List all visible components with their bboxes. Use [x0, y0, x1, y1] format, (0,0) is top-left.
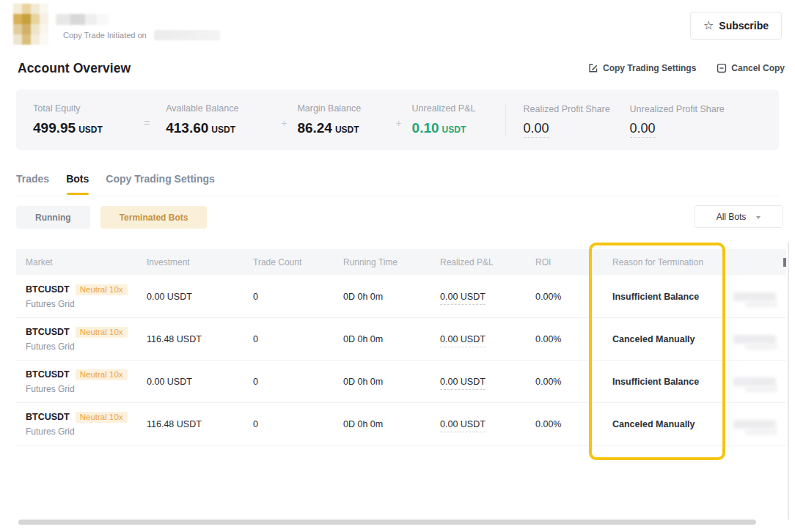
subscribe-button[interactable]: ☆ Subscribe	[690, 12, 782, 40]
total-equity-label: Total Equity	[33, 103, 139, 114]
strategy-type: Futures Grid	[26, 384, 147, 394]
investment-value: 0.00 USDT	[147, 377, 192, 387]
terminated-bots-filter-button[interactable]: Terminated Bots	[100, 206, 208, 229]
account-stats-bar: Total Equity 499.95USDT = Available Bala…	[16, 89, 779, 150]
star-icon: ☆	[703, 18, 714, 32]
available-balance-unit: USDT	[211, 125, 235, 135]
copy-trading-settings-label: Copy Trading Settings	[603, 63, 696, 73]
col-realized-pnl: Realized P&L	[440, 257, 535, 267]
unrealized-profit-share-value: 0.00	[630, 121, 656, 138]
horizontal-scrollbar[interactable]	[18, 520, 756, 525]
termination-reason: Insufficient Balance	[612, 292, 699, 302]
total-equity-value: 499.95	[33, 120, 76, 136]
equals-sign: =	[139, 117, 166, 129]
running-time-value: 0D 0h 0m	[343, 419, 383, 429]
roi-value: 0.00%	[535, 292, 561, 302]
plus-sign: +	[394, 117, 411, 129]
col-investment: Investment	[147, 257, 253, 267]
bot-state-filters: Running Terminated Bots	[16, 206, 207, 229]
trade-count-value: 0	[253, 292, 258, 302]
col-roi: ROI	[535, 257, 612, 267]
strategy-type: Futures Grid	[26, 341, 147, 352]
margin-balance-label: Margin Balance	[297, 103, 394, 114]
table-row: BTCUSDTNeutral 10x Futures Grid 0.00 USD…	[16, 276, 786, 318]
stats-divider	[505, 103, 506, 137]
running-time-value: 0D 0h 0m	[343, 334, 383, 344]
realized-pnl-value: 0.00 USDT	[440, 419, 486, 432]
cancel-copy-link[interactable]: Cancel Copy	[717, 63, 785, 73]
running-filter-button[interactable]: Running	[16, 206, 90, 229]
stat-total-equity: Total Equity 499.95USDT	[33, 103, 139, 136]
roi-value: 0.00%	[535, 377, 561, 387]
available-balance-label: Available Balance	[166, 103, 279, 114]
col-reason: Reason for Termination	[612, 257, 741, 267]
unrealized-pnl-value: 0.10	[412, 120, 439, 136]
stat-realized-profit-share: Realized Profit Share 0.00	[524, 104, 630, 136]
market-symbol: BTCUSDT	[26, 284, 70, 295]
terminated-bots-table: Market Investment Trade Count Running Ti…	[16, 249, 786, 446]
total-equity-unit: USDT	[78, 125, 103, 135]
market-symbol: BTCUSDT	[26, 412, 70, 422]
minus-square-icon	[717, 63, 727, 73]
plus-sign: +	[279, 117, 297, 129]
market-symbol: BTCUSDT	[26, 327, 70, 337]
clipped-column-edge	[783, 258, 786, 267]
market-symbol: BTCUSDT	[26, 369, 70, 380]
main-tabs: Trades Bots Copy Trading Settings	[16, 173, 215, 195]
investment-value: 116.48 USDT	[147, 334, 202, 344]
running-time-value: 0D 0h 0m	[343, 292, 383, 302]
initiated-date-redacted	[154, 30, 220, 40]
table-row: BTCUSDTNeutral 10x Futures Grid 116.48 U…	[16, 403, 786, 446]
realized-profit-share-label: Realized Profit Share	[524, 104, 630, 114]
avatar	[13, 4, 48, 45]
chevron-down-icon	[756, 216, 761, 219]
all-bots-selected-value: All Bots	[717, 212, 747, 222]
leverage-badge: Neutral 10x	[76, 412, 128, 423]
tab-bots[interactable]: Bots	[66, 173, 89, 195]
realized-pnl-value: 0.00 USDT	[440, 292, 486, 305]
table-right-border	[788, 243, 789, 520]
leverage-badge: Neutral 10x	[76, 284, 128, 295]
roi-value: 0.00%	[535, 419, 561, 429]
trade-count-value: 0	[253, 377, 258, 387]
col-market: Market	[16, 257, 147, 267]
available-balance-value: 413.60	[166, 120, 208, 136]
table-row: BTCUSDTNeutral 10x Futures Grid 0.00 USD…	[16, 361, 786, 403]
realized-profit-share-value: 0.00	[524, 121, 549, 138]
all-bots-dropdown[interactable]: All Bots	[694, 205, 783, 228]
roi-value: 0.00%	[535, 334, 561, 344]
market-cell: BTCUSDTNeutral 10x Futures Grid	[16, 412, 147, 437]
stat-unrealized-profit-share: Unrealized Profit Share 0.00	[630, 104, 747, 136]
subscribe-label: Subscribe	[719, 20, 769, 32]
market-cell: BTCUSDTNeutral 10x Futures Grid	[16, 369, 147, 394]
market-cell: BTCUSDTNeutral 10x Futures Grid	[16, 284, 147, 309]
tabs-divider	[16, 196, 779, 196]
stat-available-balance: Available Balance 413.60USDT	[166, 103, 279, 136]
tab-trades[interactable]: Trades	[16, 173, 49, 195]
initiated-label: Copy Trade Initiated on	[63, 31, 147, 40]
running-time-value: 0D 0h 0m	[343, 377, 383, 387]
trader-name-redacted	[56, 14, 109, 25]
copy-trading-settings-link[interactable]: Copy Trading Settings	[588, 63, 696, 73]
trade-count-value: 0	[253, 334, 258, 344]
stat-margin-balance: Margin Balance 86.24USDT	[297, 103, 394, 136]
margin-balance-unit: USDT	[335, 125, 359, 135]
termination-reason: Canceled Manually	[612, 419, 695, 429]
strategy-type: Futures Grid	[26, 426, 147, 437]
stat-unrealized-pnl: Unrealized P&L 0.10USDT	[412, 103, 504, 136]
tab-copy-trading-settings[interactable]: Copy Trading Settings	[106, 173, 215, 195]
page-title: Account Overview	[18, 61, 131, 76]
investment-value: 0.00 USDT	[147, 292, 192, 302]
unrealized-profit-share-label: Unrealized Profit Share	[630, 104, 747, 114]
market-cell: BTCUSDTNeutral 10x Futures Grid	[16, 327, 147, 352]
overview-actions: Copy Trading Settings Cancel Copy	[588, 63, 785, 73]
edit-icon	[588, 63, 598, 73]
col-running-time: Running Time	[343, 257, 440, 267]
investment-value: 116.48 USDT	[147, 419, 202, 429]
copy-trade-initiated-row: Copy Trade Initiated on	[63, 30, 220, 40]
margin-balance-value: 86.24	[297, 120, 332, 136]
realized-pnl-value: 0.00 USDT	[440, 377, 486, 390]
unrealized-pnl-label: Unrealized P&L	[412, 103, 504, 114]
termination-reason: Canceled Manually	[612, 334, 695, 344]
leverage-badge: Neutral 10x	[76, 369, 128, 380]
